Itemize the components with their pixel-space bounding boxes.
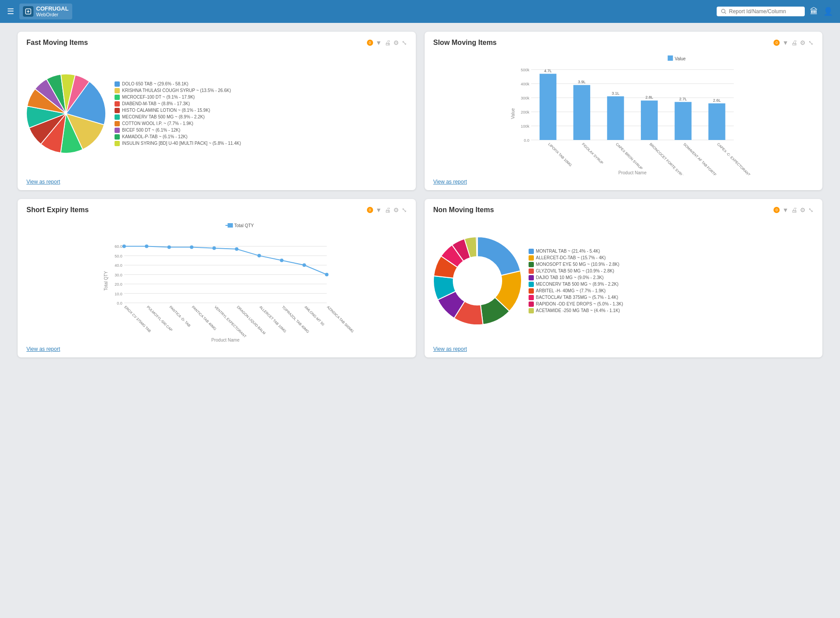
settings-icon-exp[interactable]: ⚙	[393, 206, 399, 213]
short-expiry-header: Short Expiry Items 0 ▼ 🖨 ⚙ ⤡	[26, 206, 407, 214]
legend-item: RAPIDON -OD EYE DROPS ~ (5.0% - 1.3K)	[529, 302, 623, 307]
filter-icon-non[interactable]: ▼	[782, 206, 788, 213]
settings-icon-slow[interactable]: ⚙	[800, 39, 806, 46]
fast-moving-view-report[interactable]: View as report	[26, 179, 407, 185]
svg-text:LIPOFIX TAB 10MG: LIPOFIX TAB 10MG	[547, 142, 572, 167]
svg-rect-18	[539, 74, 556, 140]
svg-point-55	[122, 244, 126, 248]
legend-item: ALLERCET-DC-TAB ~ (15.7% - 4K)	[529, 255, 623, 261]
svg-point-59	[212, 246, 216, 250]
non-moving-title: Non Moving Items	[433, 206, 494, 214]
svg-point-63	[303, 263, 306, 267]
header-left: ☰ COFRUGAL WebOrder	[7, 4, 72, 20]
menu-icon[interactable]: ☰	[7, 7, 14, 16]
legend-item: BACTOCLAV TAB 375MG ~ (5.7% - 1.4K)	[529, 295, 623, 300]
legend-item: MECONERV TAB 500 MG ~ (8.9% - 2.2K)	[115, 114, 241, 120]
svg-rect-16	[667, 55, 673, 61]
slow-moving-actions: 0 ▼ 🖨 ⚙ ⤡	[773, 39, 814, 46]
fast-moving-header: Fast Moving Items 0 ▼ 🖨 ⚙ ⤡	[26, 39, 407, 47]
legend-item: MONTRAL TAB ~ (21.4% - 5.4K)	[529, 249, 623, 254]
svg-text:40.0: 40.0	[115, 263, 122, 268]
svg-text:Product Name: Product Name	[618, 170, 646, 175]
legend-item: KAMADOL-P-TAB ~ (6.1% - 12K)	[115, 134, 241, 140]
svg-text:CAPEX BRON SYRUP: CAPEX BRON SYRUP	[615, 142, 644, 171]
svg-point-1	[722, 9, 725, 13]
logo-text: COFRUGAL WebOrder	[36, 5, 69, 18]
svg-text:PULMOXYL-500 CAP: PULMOXYL-500 CAP	[146, 305, 173, 332]
slow-moving-card: Slow Moving Items 0 ▼ 🖨 ⚙ ⤡ 0.0100k200k3…	[425, 32, 823, 190]
svg-text:PANTICA TAB 40MG: PANTICA TAB 40MG	[191, 305, 217, 331]
expand-icon-non[interactable]: ⤡	[808, 206, 814, 213]
svg-rect-21	[573, 85, 590, 140]
non-moving-legend: MONTRAL TAB ~ (21.4% - 5.4K)ALLERCET-DC-…	[529, 249, 623, 313]
short-expiry-view-report[interactable]: View as report	[26, 346, 407, 352]
svg-text:3.9L: 3.9L	[577, 80, 585, 84]
slow-moving-header: Slow Moving Items 0 ▼ 🖨 ⚙ ⤡	[433, 39, 814, 47]
svg-text:60.0: 60.0	[115, 244, 122, 249]
svg-point-64	[325, 273, 329, 276]
svg-point-56	[145, 244, 148, 248]
print-icon-non[interactable]: 🖨	[791, 206, 797, 213]
slow-moving-badge: 0	[773, 40, 780, 46]
svg-text:100k: 100k	[521, 124, 529, 129]
slow-moving-chart: 0.0100k200k300k400k500kValueValue4.7LLIP…	[433, 52, 814, 175]
expand-icon-slow[interactable]: ⤡	[808, 39, 814, 46]
short-expiry-title: Short Expiry Items	[26, 206, 89, 214]
filter-icon[interactable]: ▼	[376, 39, 382, 46]
svg-rect-24	[607, 96, 624, 140]
legend-item: HISTO CALAMINE LOTION ~ (8.1% - 15.9K)	[115, 108, 241, 113]
fast-moving-legend: DOLO 650 TAB ~ (29.6% - 58.1K)KRISHNA TH…	[115, 81, 241, 146]
expand-icon[interactable]: ⤡	[402, 39, 407, 46]
user-icon[interactable]: 👤	[823, 7, 833, 16]
legend-item: MICROCEF-100 DT ~ (9.1% - 17.9K)	[115, 95, 241, 100]
expand-icon-exp[interactable]: ⤡	[402, 206, 407, 213]
short-expiry-card: Short Expiry Items 0 ▼ 🖨 ⚙ ⤡ 0.010.020.0…	[18, 199, 416, 357]
filter-icon-slow[interactable]: ▼	[782, 39, 788, 46]
svg-text:10.0: 10.0	[115, 292, 122, 296]
filter-icon-exp[interactable]: ▼	[376, 206, 382, 213]
svg-text:20.0: 20.0	[115, 282, 122, 287]
svg-point-58	[190, 246, 193, 249]
print-icon-slow[interactable]: 🖨	[791, 39, 797, 46]
svg-text:200k: 200k	[521, 110, 529, 114]
svg-text:BRONCOCET FORTE SYRUP: BRONCOCET FORTE SYRUP	[648, 142, 685, 175]
non-moving-actions: 0 ▼ 🖨 ⚙ ⤡	[773, 206, 814, 213]
non-moving-badge: 0	[773, 207, 780, 213]
non-moving-chart: MONTRAL TAB ~ (21.4% - 5.4K)ALLERCET-DC-…	[433, 219, 814, 342]
svg-text:CAPEX -C- EXPECTORANT: CAPEX -C- EXPECTORANT	[716, 142, 751, 175]
legend-item: DOLO 650 TAB ~ (29.6% - 58.1K)	[115, 81, 241, 87]
svg-text:PANTICA -D- TAB: PANTICA -D- TAB	[169, 305, 192, 328]
search-box[interactable]	[717, 7, 805, 16]
svg-text:Value: Value	[674, 56, 685, 61]
non-moving-view-report[interactable]: View as report	[433, 346, 814, 352]
print-icon[interactable]: 🖨	[385, 39, 391, 46]
svg-text:Total QTY: Total QTY	[234, 223, 254, 228]
legend-item: DIABEND-M-TAB ~ (8.8% - 17.3K)	[115, 101, 241, 107]
search-input[interactable]	[729, 8, 799, 15]
legend-item: KRISHNA THULASI COUGH SYRUP ~ (13.5% - 2…	[115, 88, 241, 93]
legend-item: COTTON WOOL I.P. ~ (7.7% - 1.9K)	[115, 121, 241, 126]
svg-point-61	[257, 254, 261, 258]
legend-item: DAJIO TAB 10 MG ~ (9.0% - 2.3K)	[529, 275, 623, 280]
settings-icon-non[interactable]: ⚙	[800, 206, 806, 213]
print-icon-exp[interactable]: 🖨	[385, 206, 391, 213]
legend-item: GLYZOVIL TAB 50 MG ~ (10.9% - 2.8K)	[529, 269, 623, 274]
legend-item: ACETAMIDE -250 MG TAB ~ (4.4% - 1.1K)	[529, 308, 623, 313]
svg-text:300k: 300k	[521, 96, 529, 100]
bank-icon[interactable]: 🏛	[810, 7, 818, 16]
settings-icon[interactable]: ⚙	[393, 39, 399, 46]
svg-text:2.6L: 2.6L	[713, 98, 721, 103]
svg-text:2.7L: 2.7L	[679, 97, 687, 101]
slow-moving-view-report[interactable]: View as report	[433, 179, 814, 185]
svg-point-60	[235, 247, 238, 251]
svg-point-62	[280, 259, 284, 262]
svg-text:30.0: 30.0	[115, 273, 122, 277]
svg-point-57	[167, 246, 171, 249]
header-right: 🏛 👤	[717, 7, 833, 16]
fast-moving-actions: 0 ▼ 🖨 ⚙ ⤡	[367, 39, 407, 46]
svg-text:500k: 500k	[521, 68, 529, 72]
svg-text:3.1L: 3.1L	[611, 91, 619, 96]
svg-rect-33	[708, 103, 725, 140]
svg-text:2.8L: 2.8L	[645, 95, 653, 99]
non-moving-card: Non Moving Items 0 ▼ 🖨 ⚙ ⤡ MONTRAL TAB ~…	[425, 199, 823, 357]
